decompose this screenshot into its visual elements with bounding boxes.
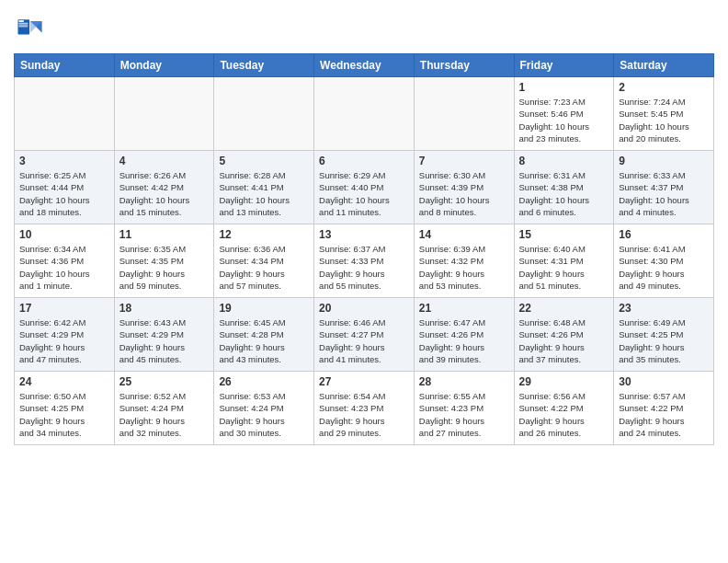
day-number: 9 (619, 155, 709, 167)
calendar-cell: 25Sunrise: 6:52 AM Sunset: 4:24 PM Dayli… (114, 372, 214, 445)
calendar-cell: 6Sunrise: 6:29 AM Sunset: 4:40 PM Daylig… (314, 151, 415, 224)
calendar-cell (214, 77, 314, 151)
day-info: Sunrise: 6:33 AM Sunset: 4:37 PM Dayligh… (619, 169, 709, 218)
day-number: 12 (219, 228, 309, 241)
calendar-cell: 29Sunrise: 6:56 AM Sunset: 4:22 PM Dayli… (514, 372, 614, 445)
day-number: 25 (119, 375, 210, 388)
calendar-table: SundayMondayTuesdayWednesdayThursdayFrid… (14, 53, 714, 445)
calendar-cell: 9Sunrise: 6:33 AM Sunset: 4:37 PM Daylig… (614, 151, 714, 224)
day-number: 4 (119, 155, 210, 167)
day-header-friday: Friday (514, 54, 614, 77)
calendar-week-1: 1Sunrise: 7:23 AM Sunset: 5:46 PM Daylig… (15, 77, 714, 151)
day-number: 7 (419, 155, 509, 167)
day-info: Sunrise: 6:31 AM Sunset: 4:38 PM Dayligh… (519, 169, 609, 218)
day-info: Sunrise: 6:47 AM Sunset: 4:26 PM Dayligh… (419, 316, 509, 365)
day-header-saturday: Saturday (614, 54, 714, 77)
calendar-cell: 10Sunrise: 6:34 AM Sunset: 4:36 PM Dayli… (15, 224, 115, 298)
calendar-cell: 22Sunrise: 6:48 AM Sunset: 4:26 PM Dayli… (514, 298, 614, 372)
day-number: 27 (319, 375, 409, 388)
calendar-cell: 4Sunrise: 6:26 AM Sunset: 4:42 PM Daylig… (114, 151, 214, 224)
day-info: Sunrise: 6:43 AM Sunset: 4:29 PM Dayligh… (119, 316, 210, 365)
day-info: Sunrise: 6:36 AM Sunset: 4:34 PM Dayligh… (219, 243, 309, 292)
calendar-cell: 30Sunrise: 6:57 AM Sunset: 4:22 PM Dayli… (614, 372, 714, 445)
calendar-week-3: 10Sunrise: 6:34 AM Sunset: 4:36 PM Dayli… (15, 224, 714, 298)
calendar-cell: 14Sunrise: 6:39 AM Sunset: 4:32 PM Dayli… (414, 224, 514, 298)
day-number: 19 (219, 302, 309, 315)
day-number: 15 (519, 228, 609, 241)
calendar-cell: 18Sunrise: 6:43 AM Sunset: 4:29 PM Dayli… (114, 298, 214, 372)
day-info: Sunrise: 6:37 AM Sunset: 4:33 PM Dayligh… (319, 243, 409, 292)
day-header-sunday: Sunday (15, 54, 115, 77)
day-number: 18 (119, 302, 210, 315)
day-info: Sunrise: 6:46 AM Sunset: 4:27 PM Dayligh… (319, 316, 409, 365)
page-header (14, 9, 714, 46)
calendar-week-5: 24Sunrise: 6:50 AM Sunset: 4:25 PM Dayli… (15, 372, 714, 445)
calendar-cell (414, 77, 514, 151)
svg-rect-5 (18, 26, 28, 27)
day-number: 22 (519, 302, 609, 315)
calendar-week-2: 3Sunrise: 6:25 AM Sunset: 4:44 PM Daylig… (15, 151, 714, 224)
calendar-cell: 20Sunrise: 6:46 AM Sunset: 4:27 PM Dayli… (314, 298, 415, 372)
day-number: 23 (619, 302, 709, 315)
day-number: 2 (619, 81, 709, 94)
day-number: 17 (19, 302, 109, 315)
calendar-cell: 7Sunrise: 6:30 AM Sunset: 4:39 PM Daylig… (414, 151, 514, 224)
day-number: 6 (319, 155, 409, 167)
day-info: Sunrise: 6:48 AM Sunset: 4:26 PM Dayligh… (519, 316, 609, 365)
day-number: 16 (619, 228, 709, 241)
calendar-cell: 11Sunrise: 6:35 AM Sunset: 4:35 PM Dayli… (114, 224, 214, 298)
day-info: Sunrise: 6:56 AM Sunset: 4:22 PM Dayligh… (519, 390, 609, 439)
calendar-cell: 19Sunrise: 6:45 AM Sunset: 4:28 PM Dayli… (214, 298, 314, 372)
day-info: Sunrise: 6:29 AM Sunset: 4:40 PM Dayligh… (319, 169, 409, 218)
day-number: 14 (419, 228, 509, 241)
day-number: 26 (219, 375, 309, 388)
calendar-cell: 13Sunrise: 6:37 AM Sunset: 4:33 PM Dayli… (314, 224, 415, 298)
day-info: Sunrise: 6:30 AM Sunset: 4:39 PM Dayligh… (419, 169, 509, 218)
day-header-thursday: Thursday (414, 54, 514, 77)
day-header-wednesday: Wednesday (314, 54, 415, 77)
day-info: Sunrise: 6:50 AM Sunset: 4:25 PM Dayligh… (19, 390, 109, 439)
day-header-monday: Monday (114, 54, 214, 77)
calendar-cell (314, 77, 415, 151)
calendar-cell: 21Sunrise: 6:47 AM Sunset: 4:26 PM Dayli… (414, 298, 514, 372)
svg-rect-3 (18, 23, 28, 24)
day-info: Sunrise: 6:41 AM Sunset: 4:30 PM Dayligh… (619, 243, 709, 292)
day-info: Sunrise: 6:40 AM Sunset: 4:31 PM Dayligh… (519, 243, 609, 292)
day-number: 8 (519, 155, 609, 167)
calendar-cell: 28Sunrise: 6:55 AM Sunset: 4:23 PM Dayli… (414, 372, 514, 445)
day-number: 30 (619, 375, 709, 388)
day-info: Sunrise: 6:57 AM Sunset: 4:22 PM Dayligh… (619, 390, 709, 439)
day-info: Sunrise: 6:55 AM Sunset: 4:23 PM Dayligh… (419, 390, 509, 439)
day-info: Sunrise: 6:39 AM Sunset: 4:32 PM Dayligh… (419, 243, 509, 292)
day-info: Sunrise: 6:53 AM Sunset: 4:24 PM Dayligh… (219, 390, 309, 439)
svg-rect-2 (18, 20, 23, 22)
day-number: 24 (19, 375, 109, 388)
day-info: Sunrise: 7:24 AM Sunset: 5:45 PM Dayligh… (619, 96, 709, 144)
calendar-cell: 16Sunrise: 6:41 AM Sunset: 4:30 PM Dayli… (614, 224, 714, 298)
day-number: 3 (19, 155, 109, 167)
calendar-cell (15, 77, 115, 151)
day-info: Sunrise: 6:52 AM Sunset: 4:24 PM Dayligh… (119, 390, 210, 439)
day-info: Sunrise: 6:35 AM Sunset: 4:35 PM Dayligh… (119, 243, 210, 292)
calendar-cell: 24Sunrise: 6:50 AM Sunset: 4:25 PM Dayli… (15, 372, 115, 445)
day-number: 21 (419, 302, 509, 315)
calendar-cell: 23Sunrise: 6:49 AM Sunset: 4:25 PM Dayli… (614, 298, 714, 372)
day-info: Sunrise: 6:26 AM Sunset: 4:42 PM Dayligh… (119, 169, 210, 218)
calendar-cell: 17Sunrise: 6:42 AM Sunset: 4:29 PM Dayli… (15, 298, 115, 372)
day-info: Sunrise: 6:54 AM Sunset: 4:23 PM Dayligh… (319, 390, 409, 439)
day-number: 10 (19, 228, 109, 241)
calendar-cell: 8Sunrise: 6:31 AM Sunset: 4:38 PM Daylig… (514, 151, 614, 224)
calendar-cell: 26Sunrise: 6:53 AM Sunset: 4:24 PM Dayli… (214, 372, 314, 445)
calendar-cell: 27Sunrise: 6:54 AM Sunset: 4:23 PM Dayli… (314, 372, 415, 445)
day-info: Sunrise: 6:28 AM Sunset: 4:41 PM Dayligh… (219, 169, 309, 218)
calendar-cell (114, 77, 214, 151)
calendar-cell: 3Sunrise: 6:25 AM Sunset: 4:44 PM Daylig… (15, 151, 115, 224)
logo (14, 13, 51, 46)
day-info: Sunrise: 7:23 AM Sunset: 5:46 PM Dayligh… (519, 96, 609, 144)
calendar-week-4: 17Sunrise: 6:42 AM Sunset: 4:29 PM Dayli… (15, 298, 714, 372)
day-number: 29 (519, 375, 609, 388)
day-info: Sunrise: 6:42 AM Sunset: 4:29 PM Dayligh… (19, 316, 109, 365)
day-header-tuesday: Tuesday (214, 54, 314, 77)
day-info: Sunrise: 6:34 AM Sunset: 4:36 PM Dayligh… (19, 243, 109, 292)
day-number: 5 (219, 155, 309, 167)
